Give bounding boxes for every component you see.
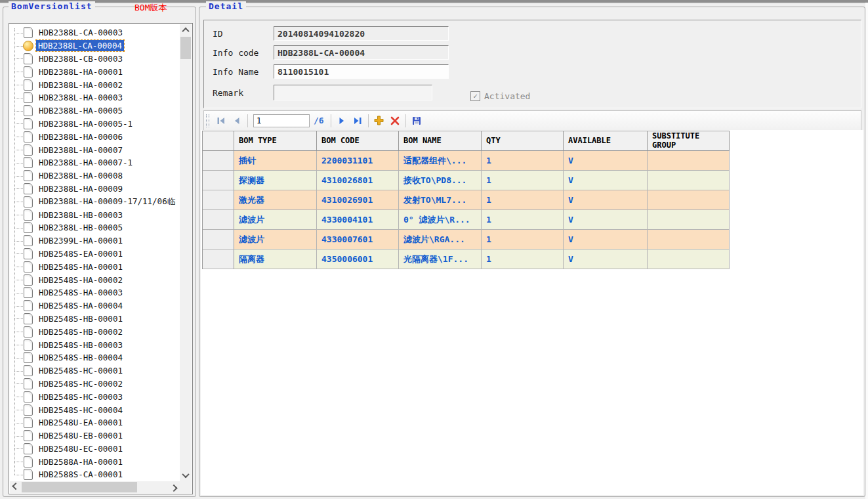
available-cell[interactable]: V	[564, 190, 648, 210]
tree-item[interactable]: HDB2548S-HB-00002	[10, 325, 180, 338]
grid-row[interactable]: 激光器4310026901发射TO\ML7...1V	[203, 190, 730, 210]
available-cell[interactable]: V	[564, 210, 648, 230]
tree-item[interactable]: HDB2388L-HA-00007	[10, 143, 180, 156]
tree-item-label[interactable]: HDB2388L-HA-00005	[37, 105, 125, 116]
tree-item[interactable]: HDB2388L-CA-00003	[10, 26, 180, 39]
qty-cell[interactable]: 1	[482, 151, 564, 171]
substitute-group-cell[interactable]	[648, 190, 730, 210]
bom-name-cell[interactable]: 接收TO\PD8...	[399, 171, 482, 190]
tree-item[interactable]: HDB2588A-HA-00001	[10, 455, 180, 468]
tree-item[interactable]: HDB2388L-CB-00003	[10, 53, 180, 66]
qty-cell[interactable]: 1	[482, 250, 564, 269]
tree-item-label[interactable]: HDB2548S-HB-00004	[37, 352, 125, 363]
bom-type-cell[interactable]: 滤波片	[234, 210, 317, 230]
tree-item[interactable]: HDB2388L-HA-00006	[10, 130, 180, 143]
substitute-group-cell[interactable]	[648, 171, 730, 190]
page-number-input[interactable]	[253, 114, 310, 127]
row-selector-cell[interactable]	[203, 250, 234, 269]
tree-item[interactable]: HDB2548U-EA-00001	[10, 416, 180, 429]
bom-name-cell[interactable]: 0° 滤波片\R...	[399, 210, 482, 230]
previous-record-button[interactable]	[230, 114, 244, 128]
bom-type-cell[interactable]: 隔离器	[234, 250, 317, 269]
row-selector-cell[interactable]	[203, 230, 234, 250]
tree-item-label[interactable]: HDB2388L-HA-00007	[37, 144, 125, 156]
horizontal-scrollbar-thumb[interactable]	[22, 482, 137, 492]
tree-item[interactable]: HDB2388L-HA-00009-17/11/06临	[10, 195, 180, 208]
tree-item-label[interactable]: HDB2388L-HB-00003	[37, 209, 125, 221]
tree-item-label[interactable]: HDB2548S-EA-00001	[37, 248, 125, 259]
tree-item[interactable]: HDB2388L-HA-00007-1	[10, 156, 180, 169]
vertical-scrollbar-thumb[interactable]	[180, 37, 191, 59]
column-header-bom-code[interactable]: BOM CODE	[317, 131, 399, 151]
scroll-right-button[interactable]	[168, 481, 180, 493]
first-record-button[interactable]	[214, 114, 228, 128]
tree-item[interactable]: HDB2388L-HB-00003	[10, 208, 180, 221]
tree-item[interactable]: HDB2388L-HA-00005	[10, 104, 180, 118]
tree-item-label[interactable]: HDB2548S-HC-00004	[37, 404, 125, 416]
last-record-button[interactable]	[350, 114, 365, 128]
tree-item[interactable]: HDB2388L-HA-00008	[10, 169, 180, 183]
vertical-scrollbar[interactable]	[180, 24, 192, 481]
tree-item[interactable]: HDB2548S-HA-00001	[10, 260, 180, 273]
tree-item[interactable]: HDB2548U-EB-00001	[10, 429, 180, 443]
tree-item[interactable]: HDB2388L-HA-00005-1	[10, 118, 180, 131]
tree-item[interactable]: HDB2548S-HA-00003	[10, 286, 180, 299]
tree-item[interactable]: HDB2548S-HC-00003	[10, 390, 180, 403]
tree-item[interactable]: HDB2548S-HB-00004	[10, 351, 180, 364]
tree-item-label[interactable]: HDB2388L-HA-00008	[37, 170, 125, 181]
column-header-available[interactable]: AVAILABLE	[564, 131, 648, 151]
tree-item-label[interactable]: HDB2388L-HA-00009-17/11/06临	[37, 196, 177, 208]
tree-item-label[interactable]: HDB2548S-HB-00003	[37, 339, 125, 351]
tree-item-label[interactable]: HDB2548S-HA-00003	[37, 287, 125, 298]
toolbar-grip[interactable]	[206, 114, 209, 127]
qty-cell[interactable]: 1	[482, 230, 564, 250]
bom-name-cell[interactable]: 适配器组件\...	[399, 151, 482, 171]
substitute-group-cell[interactable]	[648, 210, 730, 230]
tree-item[interactable]: HDB2388L-HA-00009	[10, 183, 180, 196]
column-header-substitute-group[interactable]: SUBSTITUTE GROUP	[648, 131, 730, 151]
bom-type-cell[interactable]: 滤波片	[234, 230, 317, 250]
substitute-group-cell[interactable]	[648, 230, 730, 250]
delete-record-button[interactable]	[388, 114, 402, 128]
bom-type-cell[interactable]: 激光器	[234, 190, 317, 210]
tree-item-label[interactable]: HDB2548U-EB-00001	[37, 430, 125, 441]
tree-item[interactable]: HDB2399L-HA-00001	[10, 234, 180, 248]
tree-item[interactable]: HDB2388L-HB-00005	[10, 221, 180, 234]
tree-item[interactable]: HDB2548S-HB-00001	[10, 313, 180, 326]
tree-item-label[interactable]: HDB2548S-HB-00001	[37, 313, 125, 324]
substitute-group-cell[interactable]	[648, 151, 730, 171]
tree-item[interactable]: HDB2588S-CA-00001	[10, 468, 180, 481]
tree-item-label[interactable]: HDB2388L-CA-00004	[36, 40, 124, 51]
grid-row[interactable]: 隔离器4350006001光隔离器\1F...1V	[203, 250, 730, 269]
bom-code-cell[interactable]: 4310026901	[317, 190, 399, 210]
tree-item-label[interactable]: HDB2548S-HA-00004	[37, 300, 125, 311]
tree-item[interactable]: HDB2548S-HA-00004	[10, 299, 180, 313]
tree-item[interactable]: HDB2388L-HA-00003	[10, 91, 180, 104]
tree-item-label[interactable]: HDB2388L-HB-00005	[37, 222, 125, 233]
tree-item-label[interactable]: HDB2388L-HA-00002	[37, 79, 125, 91]
info-name-field[interactable]	[274, 64, 449, 79]
tree-item-label[interactable]: HDB2388L-HA-00005-1	[37, 118, 134, 129]
horizontal-scrollbar[interactable]	[10, 481, 180, 493]
available-cell[interactable]: V	[564, 171, 648, 190]
tree-item-label[interactable]: HDB2548S-HB-00002	[37, 326, 125, 337]
available-cell[interactable]: V	[564, 151, 648, 171]
scroll-left-button[interactable]	[10, 481, 22, 493]
tree-item-label[interactable]: HDB2548S-HC-00003	[37, 391, 125, 402]
available-cell[interactable]: V	[564, 250, 648, 269]
bom-code-cell[interactable]: 4330007601	[317, 230, 399, 250]
bom-type-cell[interactable]: 插针	[234, 151, 317, 171]
row-selector-cell[interactable]	[203, 151, 234, 171]
next-record-button[interactable]	[335, 114, 349, 128]
tree-item[interactable]: HDB2548S-HC-00004	[10, 403, 180, 416]
tree-item-label[interactable]: HDB2588S-CA-00001	[37, 469, 125, 480]
tree-item-label[interactable]: HDB2548U-EC-00001	[37, 443, 125, 454]
tree-item-label[interactable]: HDB2548S-HA-00001	[37, 261, 125, 272]
tree-item[interactable]: HDB2548S-HB-00003	[10, 338, 180, 351]
row-selector-cell[interactable]	[203, 190, 234, 210]
bom-name-cell[interactable]: 发射TO\ML7...	[399, 190, 482, 210]
grid-row[interactable]: 滤波片4330007601滤波片\RGA...1V	[203, 230, 730, 250]
available-cell[interactable]: V	[564, 230, 648, 250]
bom-type-cell[interactable]: 探测器	[234, 171, 317, 190]
tree-item-label[interactable]: HDB2388L-CA-00003	[37, 27, 125, 38]
